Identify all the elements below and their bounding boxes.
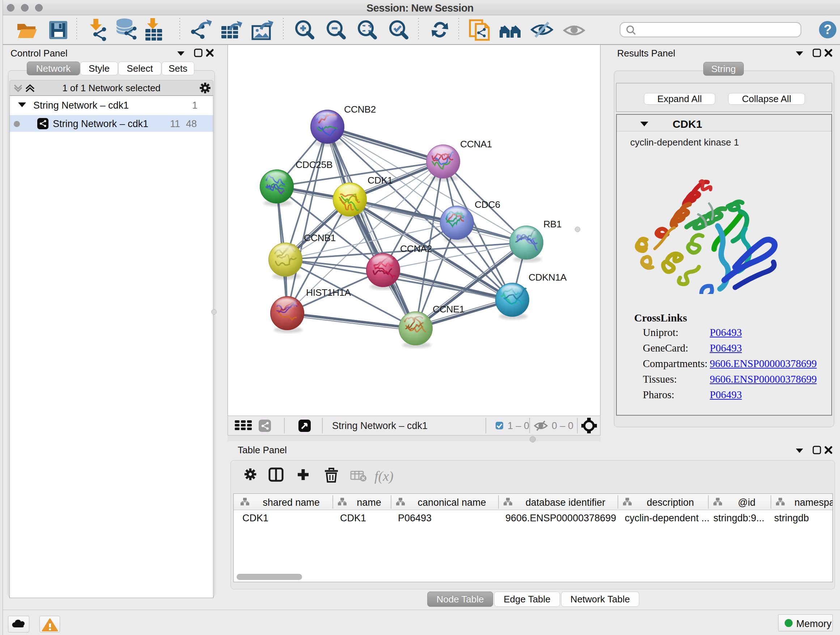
- svg-text:0 – 0: 0 – 0: [552, 420, 573, 431]
- svg-text:name: name: [357, 497, 381, 508]
- svg-text:RB1: RB1: [543, 219, 561, 230]
- svg-text:database identifier: database identifier: [526, 497, 606, 508]
- svg-text:CCNE1: CCNE1: [433, 304, 464, 315]
- svg-text:f(x): f(x): [374, 469, 393, 484]
- svg-text:namespace: namespace: [794, 497, 833, 508]
- svg-text:description: description: [647, 497, 694, 508]
- svg-text:CDKN1A: CDKN1A: [529, 272, 567, 283]
- svg-text:shared name: shared name: [263, 497, 320, 508]
- svg-text:CDK1: CDK1: [368, 175, 393, 186]
- svg-text:CCNA1: CCNA1: [460, 139, 492, 149]
- svg-text:@id: @id: [738, 497, 755, 508]
- svg-text:CDC6: CDC6: [475, 199, 500, 210]
- svg-text:canonical name: canonical name: [417, 497, 486, 508]
- svg-text:CDC25B: CDC25B: [295, 159, 332, 170]
- svg-text:String Network – cdk1: String Network – cdk1: [332, 420, 428, 431]
- svg-text:HIST1H1A: HIST1H1A: [306, 287, 351, 298]
- svg-text:CCNB1: CCNB1: [304, 233, 336, 243]
- svg-text:1 – 0: 1 – 0: [508, 420, 529, 431]
- svg-text:CCNB2: CCNB2: [344, 104, 376, 115]
- svg-text:?: ?: [824, 22, 832, 37]
- svg-text:CCNA2: CCNA2: [400, 243, 432, 254]
